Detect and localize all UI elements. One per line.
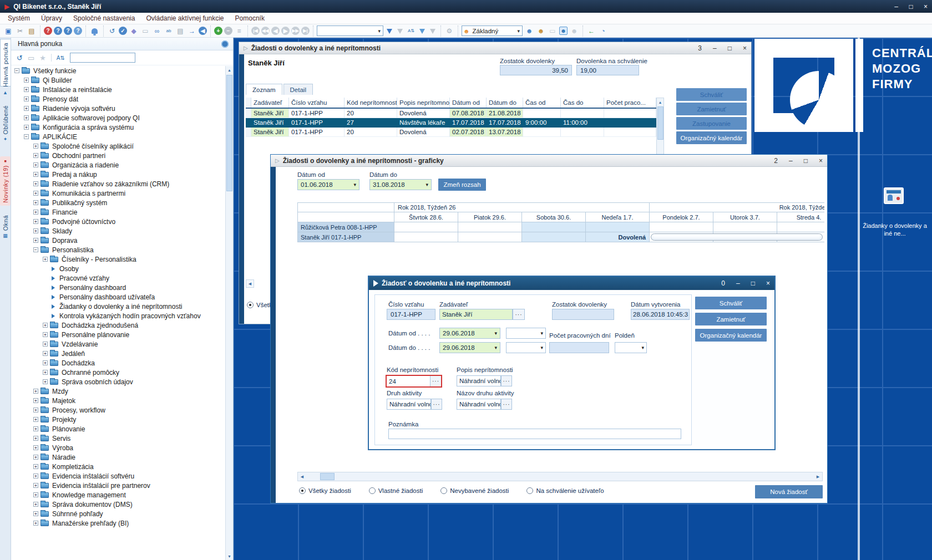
date-to-combo[interactable]: 29.06.2018 ▾ [439,342,500,353]
halfday-combo[interactable]: ▾ [615,342,647,353]
print-icon[interactable]: ▤ [175,26,185,35]
change-range-button[interactable]: Zmeň rozsah [438,179,486,191]
tree-item[interactable]: +Qi Builder [11,75,225,85]
user-active-icon[interactable]: ☻ [559,27,568,35]
user-globe-icon[interactable]: ☻ [524,26,534,35]
expand-icon[interactable]: + [33,210,38,215]
close-icon[interactable]: × [743,44,747,52]
tree-item[interactable]: +Predaj a nákup [11,170,225,179]
expand-icon[interactable]: + [33,219,38,224]
back-icon[interactable]: ◀ [199,27,207,35]
expand-icon[interactable]: + [33,238,38,243]
expand-icon[interactable]: + [33,172,38,177]
remove-icon[interactable]: − [224,27,232,35]
expand-icon[interactable]: + [33,162,38,167]
tree-item[interactable]: +Obchodní partneri [11,151,225,160]
sort-az-icon[interactable]: A⇅ [406,26,416,35]
table-row[interactable]: Staněk Jiří017-1-HPP20Dovolená07.08.2018… [246,109,656,118]
minimize-icon[interactable]: – [789,157,793,165]
expand-icon[interactable]: + [43,323,48,328]
expand-icon[interactable]: + [33,521,38,526]
lookup-ellipsis-button[interactable]: ··· [501,375,512,386]
lookup-ellipsis-button[interactable]: ··· [513,309,525,320]
window-icon[interactable]: ▭ [28,54,34,62]
tree-item[interactable]: +Doprava [11,236,225,245]
tree-item[interactable]: +Náradie [11,452,225,462]
tree-item[interactable]: +Mzdy [11,386,225,396]
expand-icon[interactable]: + [33,417,38,422]
column-header[interactable]: Popis neprítomnosti [397,98,450,108]
tree-item[interactable]: +Inštalácie a reinštalácie [11,85,225,94]
absence-code-field[interactable]: 24 ··· [386,375,442,388]
expand-icon[interactable]: + [33,464,38,469]
expand-icon[interactable]: + [24,125,29,130]
tree-item[interactable]: +Spoločné číselníky aplikácií [11,141,225,151]
expand-icon[interactable]: + [33,445,38,450]
tree-item[interactable]: +Vzdelávanie [11,339,225,349]
table-row[interactable]: Staněk Jiří017-1-HPP27Návštěva lékaře17.… [246,118,656,128]
help-user-icon[interactable]: ? [74,27,82,35]
expand-icon[interactable]: + [33,511,38,516]
export-data-icon[interactable]: → [187,26,197,35]
minimize-icon[interactable]: – [713,44,717,52]
expand-icon[interactable]: + [33,474,38,478]
user-inactive-icon[interactable]: ☻ [569,26,579,35]
favorite-star-icon[interactable]: ★ [39,54,46,62]
collapse-arrow-icon[interactable]: ▲ [0,90,11,95]
tree-item[interactable]: +Číselníky - Personalistika [11,254,225,264]
absence-desc-field[interactable]: Náhradní volno [457,375,501,386]
date-from-combo[interactable]: 29.06.2018 ▾ [439,328,500,339]
maximize-icon[interactable]: □ [909,3,913,11]
tree-item[interactable]: +Riadenie vzťahov so zákazníkmi (CRM) [11,179,225,189]
settings-gear-icon[interactable]: ⚙ [444,26,454,35]
time-from-combo[interactable]: ▾ [506,328,546,339]
tree-item[interactable]: +Sklady [11,226,225,236]
help-context-icon[interactable]: ? [44,27,52,35]
tree-item[interactable]: +Majetok [11,396,225,405]
lookup-ellipsis-button[interactable]: ··· [431,399,442,410]
tree-item[interactable]: +Servis [11,434,225,443]
new-request-button[interactable]: Nová žiadosť [755,485,823,498]
expand-icon[interactable]: + [43,332,48,337]
tree-item[interactable]: +Správa dokumentov (DMS) [11,500,225,509]
lookup-ellipsis-button[interactable]: ··· [501,399,512,410]
scrollbar-thumb[interactable] [320,473,335,480]
expand-icon[interactable]: + [24,115,29,120]
expand-icon[interactable]: + [33,483,38,488]
replace-abc-icon[interactable]: ab [164,26,174,35]
panel-icon[interactable]: ▭ [548,26,558,35]
tree-item[interactable]: +Prenosy dát [11,94,225,104]
note-field[interactable] [388,429,681,439]
find-icon[interactable]: ∞ [152,26,162,35]
tab-detail[interactable]: Detail [283,84,313,95]
tree-item[interactable]: +Organizácia a riadenie [11,160,225,170]
expand-icon[interactable]: + [24,78,29,83]
menu-item-úpravy[interactable]: Úpravy [36,14,68,22]
scrollbar-thumb[interactable] [657,106,663,140]
expand-icon[interactable]: + [43,342,48,347]
filter-sort-icon[interactable] [419,29,425,34]
sort-az-icon[interactable]: A⇅ [57,55,65,61]
tree-item[interactable]: +Publikačný systém [11,198,225,207]
minimize-icon[interactable]: – [894,3,898,11]
timer-icon[interactable]: ◔ [598,26,608,35]
sidetab-oblubene[interactable]: Obľúbené ✦ [0,105,11,142]
close-icon[interactable]: × [924,3,928,11]
tree-item[interactable]: Personálny dashboard užívateľa [11,292,225,302]
tree-item[interactable]: +Evidencia inštalácií softvéru [11,471,225,481]
expand-icon[interactable]: + [33,153,38,158]
quick-search-combo[interactable]: ▾ [317,26,383,36]
filter-remove-icon[interactable] [430,29,435,34]
tree-item[interactable]: +Evidencia inštalácií pre partnerov [11,481,225,490]
nav-next-fast-icon[interactable]: ▶▶ [291,27,300,35]
confirm-icon[interactable]: ✓ [119,27,127,35]
tree-item[interactable]: +Ochranné pomôcky [11,368,225,377]
refresh-icon[interactable]: ↺ [17,54,23,62]
nav-last-icon[interactable]: ▶| [301,27,310,35]
menu-item-systém[interactable]: Systém [2,14,36,22]
menu-item-pomocník[interactable]: Pomocník [230,14,270,22]
view-combo[interactable]: ☻Základný▾ [462,26,523,36]
menu-search-input[interactable] [70,53,135,63]
organizačný-kalendár-button[interactable]: Organizačný kalendár [676,131,747,144]
calendar-row[interactable]: Růžičková Petra 008-1-HPP [297,222,824,232]
